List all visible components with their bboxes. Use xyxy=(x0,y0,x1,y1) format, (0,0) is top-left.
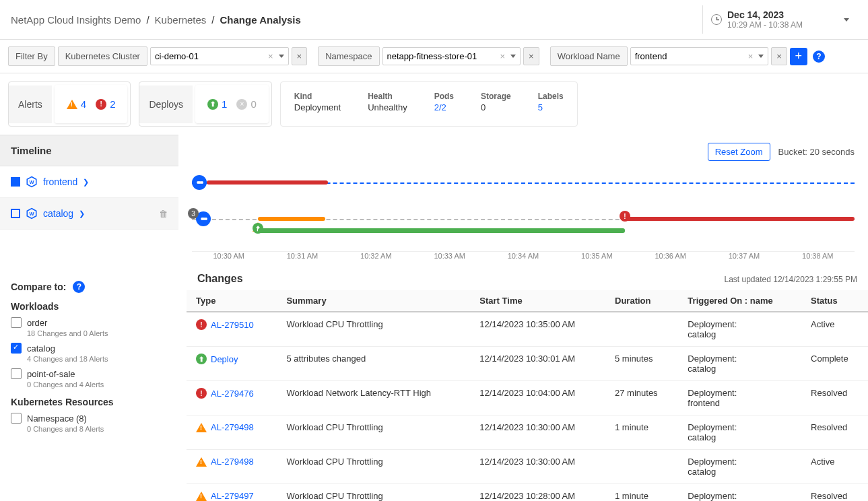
cluster-field[interactable] xyxy=(155,51,268,61)
start-cell: 12/14/2023 10:30:00 AM xyxy=(470,450,605,484)
clear-icon[interactable]: × xyxy=(500,51,506,61)
clear-icon[interactable]: × xyxy=(268,51,273,61)
chevron-right-icon: ❯ xyxy=(83,178,89,187)
change-id[interactable]: AL-279497 xyxy=(211,491,254,501)
alerts-critical-count[interactable]: 2 xyxy=(110,98,115,110)
warning-icon xyxy=(196,457,207,467)
status-cell: Complete xyxy=(801,347,868,381)
filter-by-label: Filter By xyxy=(8,46,55,66)
wl-field[interactable] xyxy=(635,51,748,61)
pods-label: Pods xyxy=(434,92,454,101)
labels-label: Labels xyxy=(538,92,564,101)
item-label: order xyxy=(27,318,47,328)
table-row[interactable]: ⬆Deploy 5 attributes changed 12/14/2023 … xyxy=(187,347,868,381)
remove-filter-button[interactable]: × xyxy=(771,47,787,65)
warning-icon xyxy=(196,492,207,501)
clear-icon[interactable]: × xyxy=(748,51,754,61)
change-id[interactable]: AL-279498 xyxy=(211,422,254,432)
chevron-down-icon[interactable] xyxy=(510,55,516,58)
item-sub: 18 Changes and 0 Alerts xyxy=(27,329,168,337)
col-summary[interactable]: Summary xyxy=(277,290,470,312)
deploy-icon: ⬆ xyxy=(196,354,207,364)
checkbox-catalog[interactable]: catalog xyxy=(11,343,168,354)
col-type[interactable]: Type xyxy=(187,290,277,312)
chevron-right-icon: ❯ xyxy=(79,209,85,218)
pods-value[interactable]: 2/2 xyxy=(434,102,454,112)
critical-icon: ! xyxy=(196,388,207,399)
col-duration[interactable]: Duration xyxy=(605,290,678,312)
svg-text:W: W xyxy=(29,211,34,217)
checkbox-namespace[interactable]: Namespace (8) xyxy=(11,413,168,424)
changes-title: Changes xyxy=(197,273,243,285)
compare-panel: Compare to: ? Workloads order18 Changes … xyxy=(0,270,178,448)
workload-icon: W xyxy=(26,176,38,188)
col-start[interactable]: Start Time xyxy=(470,290,605,312)
table-row[interactable]: AL-279498 Workload CPU Throttling 12/14/… xyxy=(187,415,868,450)
checkbox-order[interactable]: order xyxy=(11,317,168,328)
track-frontend[interactable]: ••• xyxy=(192,172,855,199)
remove-filter-button[interactable]: × xyxy=(523,47,539,65)
table-row[interactable]: !AL-279476 Workload Network Latency-RTT … xyxy=(187,381,868,415)
change-id[interactable]: Deploy xyxy=(211,354,238,364)
duration-cell: 1 minute xyxy=(605,415,678,450)
status-cell: Resolved xyxy=(801,415,868,450)
filter-wl-input[interactable]: × xyxy=(630,47,769,65)
table-row[interactable]: AL-279497 Workload CPU Throttling 12/14/… xyxy=(187,484,868,502)
col-status[interactable]: Status xyxy=(801,290,868,312)
workload-frontend[interactable]: W frontend ❯ xyxy=(0,166,178,198)
table-row[interactable]: AL-279498 Workload CPU Throttling 12/14/… xyxy=(187,450,868,484)
deploys-card: Deploys ⬆1 ×0 xyxy=(139,81,271,127)
filter-cluster-label: Kubernetes Cluster xyxy=(58,46,147,66)
warning-icon xyxy=(67,100,77,109)
labels-value[interactable]: 5 xyxy=(538,102,564,112)
change-id[interactable]: AL-279498 xyxy=(211,457,254,467)
triggered-cell: Deployment:catalog xyxy=(678,484,801,502)
start-cell: 12/14/2023 10:30:01 AM xyxy=(470,347,605,381)
trash-icon[interactable]: 🗑 xyxy=(159,209,168,219)
critical-icon: ! xyxy=(196,319,207,330)
table-row[interactable]: !AL-279510 Workload CPU Throttling 12/14… xyxy=(187,312,868,347)
chevron-down-icon[interactable] xyxy=(279,55,284,58)
track-catalog[interactable]: 3 ••• ! ⬆ xyxy=(192,208,855,242)
workload-info: KindDeployment HealthUnhealthy Pods2/2 S… xyxy=(280,81,578,127)
timeline-chart: Reset Zoom Bucket: 20 seconds ••• 3 ••• … xyxy=(187,135,868,263)
k8s-heading: Kubernetes Resources xyxy=(11,397,168,407)
workload-catalog[interactable]: W catalog ❯ 🗑 xyxy=(0,198,178,230)
critical-icon: ! xyxy=(96,99,106,110)
triggered-cell: Deployment:frontend xyxy=(678,381,801,415)
remove-filter-button[interactable]: × xyxy=(292,47,308,65)
change-id[interactable]: AL-279476 xyxy=(211,389,254,399)
content-area: Reset Zoom Bucket: 20 seconds ••• 3 ••• … xyxy=(178,135,868,501)
date-range-picker[interactable]: Dec 14, 2023 10:29 AM - 10:38 AM xyxy=(702,5,857,34)
filter-cluster-input[interactable]: × xyxy=(150,47,289,65)
ns-field[interactable] xyxy=(387,51,500,61)
breadcrumb-root[interactable]: NetApp Cloud Insights Demo xyxy=(11,14,141,26)
reset-zoom-button[interactable]: Reset Zoom xyxy=(708,143,770,161)
breadcrumb-section[interactable]: Kubernetes xyxy=(155,14,207,26)
count-badge: 3 xyxy=(188,208,199,219)
checkbox-point-of-sale[interactable]: point-of-sale xyxy=(11,368,168,379)
change-id[interactable]: AL-279510 xyxy=(211,320,254,330)
clock-icon xyxy=(711,14,722,25)
alerts-warning-count[interactable]: 4 xyxy=(81,98,86,110)
deploys-success-count[interactable]: 1 xyxy=(222,98,227,110)
status-cell: Active xyxy=(801,312,868,347)
chevron-down-icon[interactable] xyxy=(758,55,764,58)
kind-value: Deployment xyxy=(294,102,341,112)
duration-cell: 1 minute xyxy=(605,484,678,502)
help-icon[interactable]: ? xyxy=(813,51,825,63)
summary-cell: Workload CPU Throttling xyxy=(277,450,470,484)
triggered-cell: Deployment:catalog xyxy=(678,347,801,381)
add-filter-button[interactable]: + xyxy=(790,48,807,65)
time-axis: 10:30 AM10:31 AM10:32 AM10:33 AM10:34 AM… xyxy=(192,252,855,260)
deploys-title: Deploys xyxy=(139,86,193,123)
status-cell: Active xyxy=(801,450,868,484)
filter-ns-input[interactable]: × xyxy=(382,47,521,65)
dots-icon[interactable]: ••• xyxy=(192,175,207,190)
timeline-header: Timeline xyxy=(0,135,178,166)
col-triggered[interactable]: Triggered On : name xyxy=(678,290,801,312)
workload-name: catalog xyxy=(43,208,73,219)
workload-icon: W xyxy=(26,207,38,220)
summary-cell: Workload CPU Throttling xyxy=(277,484,470,502)
help-icon[interactable]: ? xyxy=(73,281,85,293)
